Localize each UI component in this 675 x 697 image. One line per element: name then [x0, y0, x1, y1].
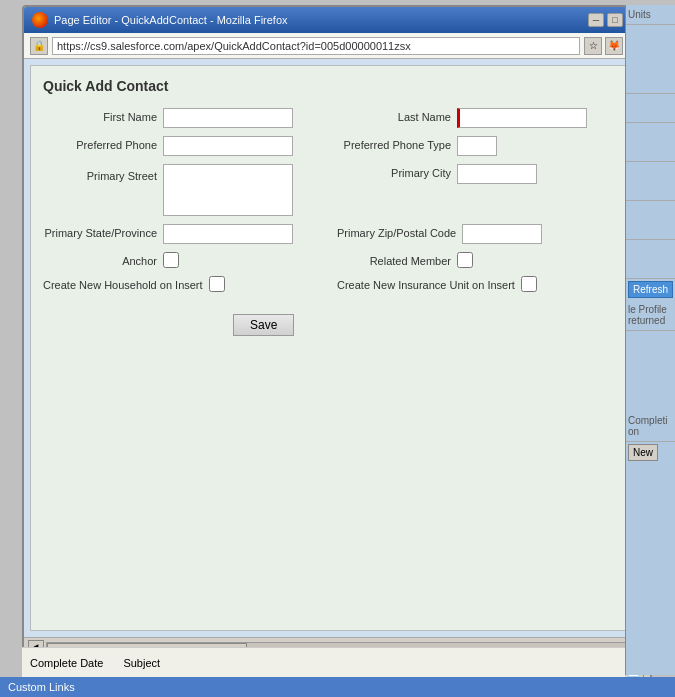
primary-street-input[interactable] — [163, 164, 293, 216]
primary-state-input[interactable] — [163, 224, 293, 244]
right-panel-profile: le Profile returned — [626, 300, 675, 331]
form-row-name: First Name Last Name — [43, 108, 631, 128]
right-completion-label: Completion — [628, 415, 673, 437]
create-insurance-label: Create New Insurance Unit on Insert — [337, 276, 521, 291]
form-row-state: Primary State/Province Primary Zip/Posta… — [43, 224, 631, 244]
right-panel-j — [626, 162, 675, 201]
first-name-label: First Name — [43, 108, 163, 123]
primary-zip-group: Primary Zip/Postal Code — [337, 224, 631, 244]
right-panel-q — [626, 94, 675, 123]
custom-links-bar: Custom Links — [0, 677, 675, 697]
primary-city-group: Primary City — [337, 164, 631, 184]
star-icon[interactable]: ☆ — [584, 37, 602, 55]
right-panel: Units Refresh le Profile returned Comple… — [625, 5, 675, 675]
custom-links-label: Custom Links — [8, 681, 75, 693]
preferred-phone-type-input[interactable] — [457, 136, 497, 156]
form-container: Quick Add Contact First Name Last Name P… — [30, 65, 644, 631]
related-member-group: Related Member — [337, 252, 631, 268]
primary-state-group: Primary State/Province — [43, 224, 337, 244]
last-name-input[interactable] — [457, 108, 587, 128]
save-row: Save — [43, 300, 631, 336]
new-button[interactable]: New — [628, 444, 658, 461]
right-panel-o — [626, 201, 675, 240]
last-name-label: Last Name — [337, 108, 457, 123]
lock-icon: 🔒 — [30, 37, 48, 55]
create-insurance-group: Create New Insurance Unit on Insert — [337, 276, 631, 292]
primary-street-label: Primary Street — [43, 164, 163, 182]
right-panel-h — [626, 123, 675, 162]
url-input[interactable] — [52, 37, 580, 55]
preferred-phone-type-group: Preferred Phone Type — [337, 136, 631, 156]
first-name-group: First Name — [43, 108, 337, 128]
right-profile-label: le Profile — [628, 304, 673, 315]
create-insurance-checkbox[interactable] — [521, 276, 537, 292]
address-bar: 🔒 ☆ 🦊 ▼ — [24, 33, 650, 59]
right-panel-v — [626, 240, 675, 279]
primary-state-label: Primary State/Province — [43, 224, 163, 239]
maximize-button[interactable]: □ — [607, 13, 623, 27]
anchor-group: Anchor — [43, 252, 337, 268]
form-title: Quick Add Contact — [43, 78, 631, 94]
last-name-group: Last Name — [337, 108, 631, 128]
right-panel-completion: Completion — [626, 411, 675, 442]
create-household-checkbox[interactable] — [209, 276, 225, 292]
subject-label: Subject — [123, 657, 160, 669]
preferred-phone-group: Preferred Phone — [43, 136, 337, 156]
preferred-phone-type-label: Preferred Phone Type — [337, 136, 457, 151]
right-returned-label: returned — [628, 315, 673, 326]
firefox-icon — [32, 12, 48, 28]
form-row-household: Create New Household on Insert Create Ne… — [43, 276, 631, 292]
first-name-input[interactable] — [163, 108, 293, 128]
right-panel-units: Units — [626, 5, 675, 25]
title-bar-left: Page Editor - QuickAddContact - Mozilla … — [32, 12, 288, 28]
browser-title: Page Editor - QuickAddContact - Mozilla … — [54, 14, 288, 26]
related-member-checkbox[interactable] — [457, 252, 473, 268]
title-bar: Page Editor - QuickAddContact - Mozilla … — [24, 7, 650, 33]
anchor-checkbox[interactable] — [163, 252, 179, 268]
form-row-phone: Preferred Phone Preferred Phone Type — [43, 136, 631, 156]
primary-zip-label: Primary Zip/Postal Code — [337, 224, 462, 239]
refresh-button[interactable]: Refresh — [628, 281, 673, 298]
page-content: Quick Add Contact First Name Last Name P… — [24, 59, 650, 637]
create-household-group: Create New Household on Insert — [43, 276, 337, 292]
form-row-anchor: Anchor Related Member — [43, 252, 631, 268]
primary-city-input[interactable] — [457, 164, 537, 184]
form-row-street: Primary Street Primary City — [43, 164, 631, 216]
complete-date-label: Complete Date — [30, 657, 103, 669]
firefox-btn[interactable]: 🦊 — [605, 37, 623, 55]
primary-city-label: Primary City — [337, 164, 457, 179]
create-household-label: Create New Household on Insert — [43, 276, 209, 291]
preferred-phone-input[interactable] — [163, 136, 293, 156]
related-member-label: Related Member — [337, 252, 457, 267]
bottom-content: Complete Date Subject — [22, 647, 625, 677]
preferred-phone-label: Preferred Phone — [43, 136, 163, 151]
minimize-button[interactable]: ─ — [588, 13, 604, 27]
save-button[interactable]: Save — [233, 314, 294, 336]
primary-street-group: Primary Street — [43, 164, 337, 216]
right-units-label: Units — [628, 9, 673, 20]
browser-window: Page Editor - QuickAddContact - Mozilla … — [22, 5, 652, 685]
primary-zip-input[interactable] — [462, 224, 542, 244]
anchor-label: Anchor — [43, 252, 163, 267]
right-panel-refresh — [626, 25, 675, 94]
